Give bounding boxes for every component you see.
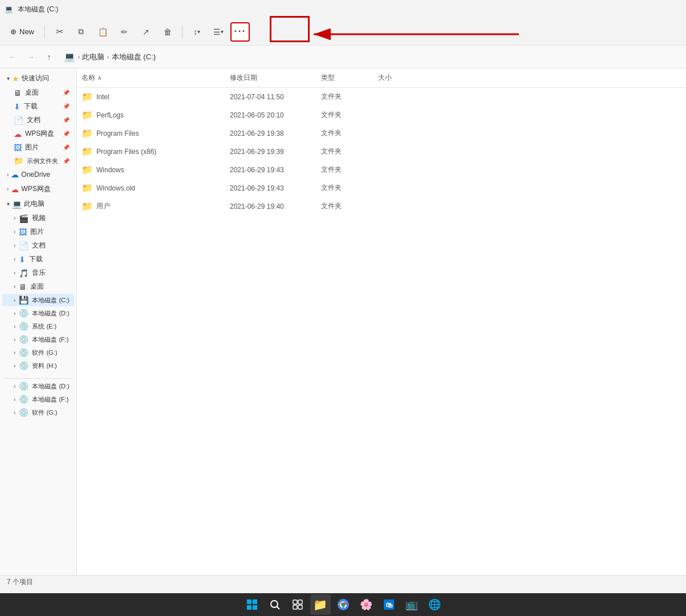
sidebar-item-wps-quick[interactable]: ☁ WPS网盘 📌 — [2, 127, 74, 140]
col-header-type[interactable]: 类型 — [316, 71, 374, 85]
app8-icon: 📺 — [405, 598, 418, 611]
breadcrumb-this-pc[interactable]: 此电脑 — [82, 52, 104, 62]
documents-icon: 📄 — [14, 116, 23, 125]
col-header-size[interactable]: 大小 — [374, 71, 419, 85]
new-button[interactable]: ⊕ New — [5, 25, 40, 39]
file-row-windows-old[interactable]: 📁 Windows.old 2021-06-29 19:43 文件夹 — [77, 179, 686, 197]
taskbar-start-button[interactable] — [242, 594, 262, 615]
back-button[interactable]: ← — [5, 49, 21, 65]
more-icon: ··· — [234, 26, 246, 38]
h-drive-chevron: › — [14, 363, 15, 369]
perflogs-size — [374, 113, 419, 117]
windows-folder-icon: 📁 — [82, 164, 93, 175]
view-icon: ☰ — [213, 27, 221, 37]
file-row-program-files[interactable]: 📁 Program Files 2021-06-29 19:38 文件夹 — [77, 124, 686, 143]
share-button[interactable]: ↗ — [136, 22, 156, 42]
sidebar-item-sample-folder[interactable]: 📁 示例文件夹 📌 — [2, 155, 74, 167]
taskbar-store-button[interactable]: 🛍 — [379, 594, 399, 615]
sidebar-this-pc-header[interactable]: ▾ 💻 此电脑 — [2, 197, 74, 211]
sort-button[interactable]: ↕ ▾ — [187, 22, 206, 42]
intel-type: 文件夹 — [316, 90, 374, 104]
sidebar-item-pc-pictures[interactable]: › 🖼 图片 — [2, 225, 74, 238]
sidebar-item-g-drive[interactable]: › 💿 软件 (G:) — [2, 346, 74, 359]
taskbar-app9-button[interactable]: 🌐 — [424, 594, 445, 615]
delete-button[interactable]: 🗑 — [158, 22, 177, 42]
sample-folder-pin-icon: 📌 — [63, 158, 70, 164]
bottom-d-chevron: › — [14, 383, 15, 390]
sidebar-item-h-drive[interactable]: › 💿 资料 (H:) — [2, 359, 74, 372]
quick-access-chevron: ▾ — [7, 75, 10, 82]
sidebar-bottom-f-drive[interactable]: › 💿 本地磁盘 (F:) — [2, 393, 74, 406]
up-button[interactable]: ↑ — [41, 49, 57, 65]
users-name: 用户 — [96, 201, 110, 211]
desktop-pin-icon: 📌 — [63, 90, 70, 96]
breadcrumb-icon: 💻 — [64, 51, 75, 62]
sidebar-item-pictures[interactable]: 🖼 图片 📌 — [2, 141, 74, 154]
rename-icon: ✏ — [121, 27, 128, 37]
status-bar: 7 个项目 — [0, 575, 686, 589]
sidebar-separator — [5, 378, 72, 379]
svg-rect-11 — [298, 605, 302, 609]
file-row-program-files-x86[interactable]: 📁 Program Files (x86) 2021-06-29 19:39 文… — [77, 143, 686, 161]
desktop-icon: 🖥 — [14, 88, 22, 98]
program-files-name: Program Files — [96, 129, 139, 137]
paste-button[interactable]: 📋 — [93, 22, 112, 42]
breadcrumb-sep-0: › — [78, 52, 80, 61]
name-sort-icon: ∧ — [98, 75, 102, 81]
taskbar-photos-button[interactable]: 🌸 — [356, 594, 376, 615]
wps-icon: ☁ — [11, 185, 19, 194]
taskbar-search-button[interactable] — [265, 594, 285, 615]
program-files-x86-size — [374, 149, 419, 154]
file-row-intel[interactable]: 📁 Intel 2021-07-04 11:50 文件夹 — [77, 88, 686, 106]
cut-button[interactable]: ✂ — [50, 22, 69, 42]
col-header-name[interactable]: 名称 ∧ — [77, 71, 225, 85]
sidebar-item-pc-desktop[interactable]: › 🖥 桌面 — [2, 280, 74, 293]
documents-pin-icon: 📌 — [63, 117, 70, 123]
taskbar-chrome-button[interactable] — [333, 594, 354, 615]
sidebar-item-pc-downloads[interactable]: › ⬇ 下载 — [2, 253, 74, 266]
file-row-users[interactable]: 📁 用户 2021-06-29 19:40 文件夹 — [77, 197, 686, 216]
app9-icon: 🌐 — [428, 598, 441, 611]
sidebar-item-music[interactable]: › 🎵 音乐 — [2, 266, 74, 279]
forward-button[interactable]: → — [23, 49, 39, 65]
sidebar-item-c-drive[interactable]: › 💾 本地磁盘 (C:) — [2, 294, 74, 306]
onedrive-chevron: › — [7, 172, 9, 178]
sidebar-item-e-drive[interactable]: › 💿 系统 (E:) — [2, 320, 74, 333]
file-row-perflogs[interactable]: 📁 PerfLogs 2021-06-05 20:10 文件夹 — [77, 106, 686, 124]
svg-rect-5 — [253, 605, 257, 610]
sidebar-onedrive-header[interactable]: › ☁ OneDrive — [2, 168, 74, 181]
bottom-f-chevron: › — [14, 396, 15, 403]
pc-documents-chevron: › — [14, 242, 15, 249]
sidebar-item-f-drive[interactable]: › 💿 本地磁盘 (F:) — [2, 333, 74, 346]
sidebar-item-desktop[interactable]: 🖥 桌面 📌 — [2, 86, 74, 99]
pc-documents-icon: 📄 — [19, 241, 29, 250]
item-count: 7 个项目 — [7, 577, 33, 587]
sidebar-item-documents[interactable]: 📄 文档 📌 — [2, 114, 74, 127]
col-header-date[interactable]: 修改日期 — [225, 71, 316, 85]
view-chevron: ▾ — [221, 29, 224, 35]
sidebar-item-videos[interactable]: › 🎬 视频 — [2, 212, 74, 225]
sidebar-item-downloads[interactable]: ⬇ 下载 📌 — [2, 100, 74, 113]
taskbar-task-view-button[interactable] — [287, 594, 308, 615]
g-drive-icon: 💿 — [19, 348, 29, 357]
sidebar-quick-access-header[interactable]: ▾ ★ 快速访问 — [2, 71, 74, 86]
title-bar: 💻 本地磁盘 (C:) — [0, 0, 686, 18]
view-button[interactable]: ☰ ▾ — [209, 22, 228, 42]
sidebar-bottom-d-drive[interactable]: › 💿 本地磁盘 (D:) — [2, 380, 74, 392]
sidebar-wps-header[interactable]: › ☁ WPS网盘 — [2, 182, 74, 196]
pc-pictures-icon: 🖼 — [19, 228, 27, 237]
taskbar-app8-button[interactable]: 📺 — [401, 594, 422, 615]
more-button[interactable]: ··· — [230, 22, 250, 42]
rename-button[interactable]: ✏ — [115, 22, 134, 42]
sidebar-item-pc-documents[interactable]: › 📄 文档 — [2, 239, 74, 252]
taskbar-file-explorer-button[interactable]: 📁 — [310, 594, 331, 615]
file-row-windows[interactable]: 📁 Windows 2021-06-29 19:43 文件夹 — [77, 161, 686, 179]
pictures-pin-icon: 📌 — [63, 144, 70, 151]
bottom-g-chevron: › — [14, 410, 15, 416]
sidebar-item-d-drive[interactable]: › 💿 本地磁盘 (D:) — [2, 307, 74, 319]
sidebar-bottom-g-drive[interactable]: › 💿 软件 (G:) — [2, 406, 74, 419]
breadcrumb-c-drive[interactable]: 本地磁盘 (C:) — [112, 52, 156, 62]
this-pc-label: 此电脑 — [24, 199, 44, 209]
pc-pictures-chevron: › — [14, 229, 15, 235]
copy-button[interactable]: ⧉ — [71, 22, 91, 42]
